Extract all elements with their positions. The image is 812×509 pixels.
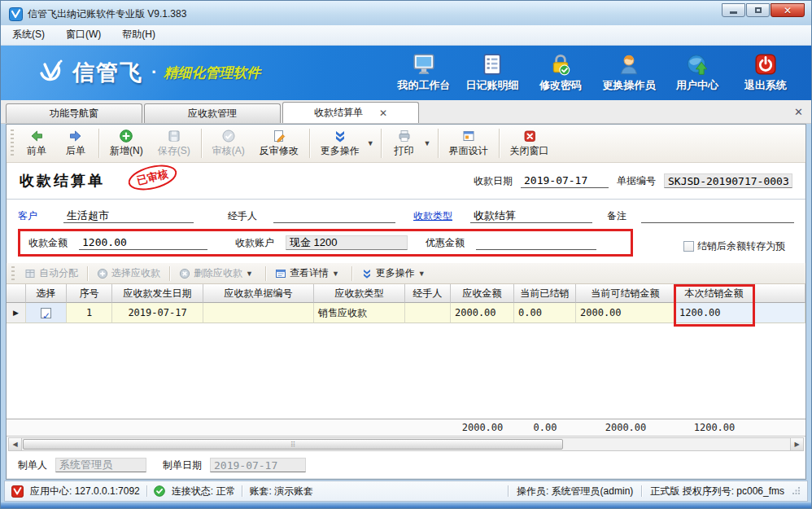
more-actions-button[interactable]: 更多操作 xyxy=(313,126,367,161)
app-logo-icon xyxy=(9,7,23,21)
prev-doc-button[interactable]: 前单 xyxy=(17,126,56,161)
close-window-icon xyxy=(522,129,537,143)
exit-system-button[interactable]: 退出系统 xyxy=(731,52,800,93)
settled-cell[interactable]: 0.00 xyxy=(514,303,576,323)
row-selector-cell[interactable]: ▶ xyxy=(7,303,26,323)
printer-icon xyxy=(397,129,412,143)
grid-empty-area xyxy=(7,323,805,419)
select-receivable-button[interactable]: 选择应收款 xyxy=(90,265,167,283)
delete-x-icon xyxy=(179,268,190,279)
receipt-type-field[interactable] xyxy=(470,208,592,223)
grid-more-caret-icon[interactable]: ▼ xyxy=(418,270,426,278)
add-plus-icon xyxy=(119,129,133,143)
brand-logo-icon xyxy=(35,57,66,88)
delete-receivable-button[interactable]: 删除应收款 ▼ xyxy=(172,265,263,283)
view-detail-button[interactable]: 查看详情 ▼ xyxy=(268,265,349,283)
status-bar: 应用中心: 127.0.0.1:7092 连接状态: 正常 账套: 演示账套 操… xyxy=(4,480,808,502)
amount-cell[interactable]: 2000.00 xyxy=(451,303,514,323)
view-detail-caret-icon[interactable]: ▼ xyxy=(332,270,339,278)
menu-help[interactable]: 帮助(H) xyxy=(122,28,155,42)
handler-field[interactable] xyxy=(273,208,395,223)
audit-button[interactable]: 审核(A) xyxy=(205,126,252,161)
customer-field[interactable] xyxy=(63,208,194,223)
my-workbench-button[interactable]: 我的工作台 xyxy=(390,52,458,93)
customer-label: 客户 xyxy=(18,209,63,223)
tab-receipt-settlement[interactable]: 收款结算单 ✕ xyxy=(282,102,419,123)
current-settle-cell[interactable]: 1200.00 xyxy=(675,303,753,323)
scroll-left-button[interactable]: ◀ xyxy=(9,438,22,450)
summary-available: 2000.00 xyxy=(576,422,675,433)
create-date-field[interactable] xyxy=(210,458,306,472)
restore-button[interactable] xyxy=(746,3,770,17)
form-fields: 客户 经手人 收款类型 备注 收款金额 收款账户 优惠金额 结销后余额转存为预 xyxy=(7,200,805,263)
double-chevron-down-icon xyxy=(333,129,347,143)
ui-design-button[interactable]: 界面设计 xyxy=(442,126,495,161)
row-checkbox-cell[interactable] xyxy=(26,303,67,323)
next-doc-button[interactable]: 后单 xyxy=(56,126,95,161)
journal-detail-button[interactable]: 日记账明细 xyxy=(458,52,526,93)
remark-label: 备注 xyxy=(607,209,641,223)
receipt-date-field[interactable] xyxy=(521,173,609,188)
receipt-type-label[interactable]: 收款类型 xyxy=(413,209,470,223)
receipt-date-label: 收款日期 xyxy=(474,174,513,188)
create-date-label: 制单日期 xyxy=(163,459,202,472)
title-bar: 信管飞出纳记账软件专业版 V9.1.383 ✕ xyxy=(1,1,811,25)
print-button[interactable]: 打印 xyxy=(385,126,424,161)
summary-current: 1200.00 xyxy=(675,422,753,433)
discount-label: 优惠金额 xyxy=(426,236,476,250)
grid-toolbar: 自动分配 选择应收款 删除应收款 ▼ 查看详情 ▼ 更多操作 xyxy=(7,263,805,284)
scrollbar-thumb[interactable] xyxy=(23,439,563,450)
close-window-button[interactable]: 关闭窗口 xyxy=(503,126,557,161)
document-window: 前单 后单 新增(N) 保存(S) 审核(A) 反审修改 xyxy=(6,124,806,480)
grid-summary-row: 2000.00 0.00 2000.00 1200.00 xyxy=(7,419,805,437)
transfer-balance-checkbox-row: 结销后余额转存为预 xyxy=(683,239,805,253)
status-connection: 连接状态: 正常 xyxy=(172,485,236,498)
tab-strip: 功能导航窗 应收款管理 收款结算单 ✕ ✕ xyxy=(1,100,811,124)
menu-system[interactable]: 系统(S) xyxy=(12,28,45,42)
transfer-balance-checkbox[interactable] xyxy=(683,241,694,252)
close-button[interactable]: ✕ xyxy=(771,3,805,17)
tab-receivable-mgmt[interactable]: 应收款管理 xyxy=(144,103,281,123)
switch-operator-button[interactable]: 更换操作员 xyxy=(595,52,663,93)
toolbar-grip xyxy=(11,129,14,157)
change-password-button[interactable]: 修改密码 xyxy=(526,52,595,93)
creator-field[interactable] xyxy=(55,458,146,472)
table-row[interactable]: ▶ 1 2019-07-17 销售应收款 2000.00 0.00 2000.0… xyxy=(7,303,805,323)
type-cell[interactable]: 销售应收款 xyxy=(314,303,405,323)
remark-field[interactable] xyxy=(641,208,794,223)
unaudit-button[interactable]: 反审修改 xyxy=(252,126,306,161)
account-label: 收款账户 xyxy=(235,236,286,250)
user-center-button[interactable]: 用户中心 xyxy=(663,52,731,93)
add-button[interactable]: 新增(N) xyxy=(103,126,151,161)
operator-person-icon xyxy=(617,52,641,77)
tab-close-icon[interactable]: ✕ xyxy=(379,108,387,119)
amount-field[interactable] xyxy=(79,235,207,250)
auto-assign-button[interactable]: 自动分配 xyxy=(18,265,85,283)
more-actions-caret-icon[interactable]: ▼ xyxy=(367,139,374,147)
minimize-icon xyxy=(730,11,737,14)
scroll-right-button[interactable]: ▶ xyxy=(790,438,803,450)
grid-header-row: 选择 序号 应收款发生日期 应收款单据编号 应收款类型 经手人 应收金额 当前已… xyxy=(7,284,805,303)
doc-no-cell[interactable] xyxy=(203,303,314,323)
grid-more-actions-button[interactable]: 更多操作 ▼ xyxy=(355,265,435,283)
row-checkbox-checked[interactable] xyxy=(41,308,51,318)
menu-window[interactable]: 窗口(W) xyxy=(66,28,101,42)
discount-field[interactable] xyxy=(476,235,596,250)
date-cell[interactable]: 2019-07-17 xyxy=(112,303,203,323)
save-button[interactable]: 保存(S) xyxy=(151,126,198,161)
print-caret-icon[interactable]: ▼ xyxy=(424,139,431,147)
tab-function-nav[interactable]: 功能导航窗 xyxy=(6,103,142,123)
view-detail-icon xyxy=(275,268,286,279)
tabstrip-close-icon[interactable]: ✕ xyxy=(794,106,803,118)
seq-cell[interactable]: 1 xyxy=(67,303,112,323)
app-window: 信管飞出纳记账软件专业版 V9.1.383 ✕ 系统(S) 窗口(W) 帮助(H… xyxy=(0,0,812,509)
doc-no-field[interactable] xyxy=(664,173,792,188)
handler-cell[interactable] xyxy=(405,303,451,323)
account-field[interactable] xyxy=(286,235,408,250)
menu-bar: 系统(S) 窗口(W) 帮助(H) xyxy=(1,25,811,46)
transfer-balance-label: 结销后余额转存为预 xyxy=(697,239,785,253)
horizontal-scrollbar[interactable]: ◀ ▶ xyxy=(8,437,804,451)
minimize-button[interactable] xyxy=(722,3,745,17)
available-cell[interactable]: 2000.00 xyxy=(576,303,675,323)
summary-settled: 0.00 xyxy=(514,422,576,433)
